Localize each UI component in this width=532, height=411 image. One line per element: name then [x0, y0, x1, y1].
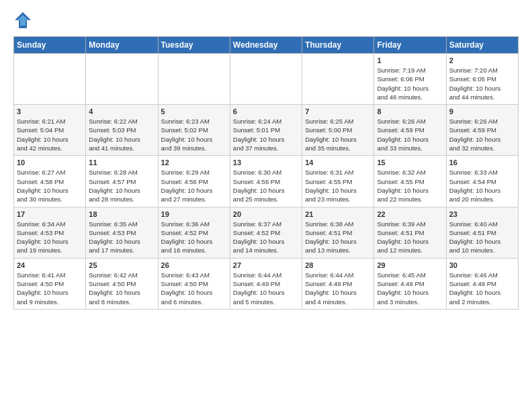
day-number: 23 — [449, 210, 515, 218]
day-cell: 13Sunrise: 6:30 AM Sunset: 4:56 PM Dayli… — [230, 156, 302, 207]
weekday-header-sunday: Sunday — [14, 37, 86, 54]
day-number: 14 — [305, 158, 371, 167]
weekday-header-row: SundayMondayTuesdayWednesdayThursdayFrid… — [14, 37, 519, 54]
day-cell: 29Sunrise: 6:45 AM Sunset: 4:49 PM Dayli… — [374, 258, 446, 309]
weekday-header-wednesday: Wednesday — [230, 37, 302, 54]
week-row-2: 3Sunrise: 6:21 AM Sunset: 5:04 PM Daylig… — [14, 105, 519, 156]
day-info: Sunrise: 6:38 AM Sunset: 4:51 PM Dayligh… — [305, 220, 371, 255]
day-info: Sunrise: 6:35 AM Sunset: 4:53 PM Dayligh… — [89, 220, 154, 255]
day-number: 19 — [161, 210, 227, 218]
day-number: 28 — [305, 261, 371, 269]
day-number: 24 — [17, 261, 83, 269]
day-cell: 1Sunrise: 7:19 AM Sunset: 6:06 PM Daylig… — [374, 54, 446, 105]
day-cell: 5Sunrise: 6:23 AM Sunset: 5:02 PM Daylig… — [158, 105, 230, 156]
day-info: Sunrise: 6:34 AM Sunset: 4:53 PM Dayligh… — [17, 220, 83, 255]
weekday-header-thursday: Thursday — [302, 37, 374, 54]
day-info: Sunrise: 6:28 AM Sunset: 4:57 PM Dayligh… — [89, 168, 154, 203]
day-info: Sunrise: 6:23 AM Sunset: 5:02 PM Dayligh… — [161, 117, 227, 152]
day-cell: 12Sunrise: 6:29 AM Sunset: 4:56 PM Dayli… — [158, 156, 230, 207]
day-number: 21 — [305, 210, 371, 218]
day-number: 15 — [377, 158, 443, 167]
day-cell: 15Sunrise: 6:32 AM Sunset: 4:55 PM Dayli… — [374, 156, 446, 207]
day-info: Sunrise: 6:21 AM Sunset: 5:04 PM Dayligh… — [17, 117, 83, 152]
day-info: Sunrise: 6:44 AM Sunset: 4:49 PM Dayligh… — [233, 271, 299, 306]
day-cell: 9Sunrise: 6:26 AM Sunset: 4:59 PM Daylig… — [446, 105, 518, 156]
day-info: Sunrise: 6:25 AM Sunset: 5:00 PM Dayligh… — [305, 117, 371, 152]
day-info: Sunrise: 6:44 AM Sunset: 4:49 PM Dayligh… — [305, 271, 371, 306]
day-info: Sunrise: 6:32 AM Sunset: 4:55 PM Dayligh… — [377, 168, 443, 203]
day-info: Sunrise: 6:43 AM Sunset: 4:50 PM Dayligh… — [161, 271, 227, 306]
day-info: Sunrise: 6:22 AM Sunset: 5:03 PM Dayligh… — [89, 117, 154, 152]
day-info: Sunrise: 6:37 AM Sunset: 4:52 PM Dayligh… — [233, 220, 299, 255]
day-number: 29 — [377, 261, 443, 269]
day-number: 13 — [233, 158, 299, 167]
day-number: 3 — [17, 107, 83, 116]
day-info: Sunrise: 7:20 AM Sunset: 6:05 PM Dayligh… — [449, 66, 515, 101]
week-row-3: 10Sunrise: 6:27 AM Sunset: 4:58 PM Dayli… — [14, 156, 519, 207]
day-info: Sunrise: 6:41 AM Sunset: 4:50 PM Dayligh… — [17, 271, 83, 306]
day-cell — [230, 54, 302, 105]
day-number: 22 — [377, 210, 443, 218]
day-cell: 11Sunrise: 6:28 AM Sunset: 4:57 PM Dayli… — [86, 156, 158, 207]
day-info: Sunrise: 6:29 AM Sunset: 4:56 PM Dayligh… — [161, 168, 227, 203]
day-cell: 18Sunrise: 6:35 AM Sunset: 4:53 PM Dayli… — [86, 207, 158, 258]
day-info: Sunrise: 7:19 AM Sunset: 6:06 PM Dayligh… — [377, 66, 443, 101]
week-row-1: 1Sunrise: 7:19 AM Sunset: 6:06 PM Daylig… — [14, 54, 519, 105]
day-cell: 22Sunrise: 6:39 AM Sunset: 4:51 PM Dayli… — [374, 207, 446, 258]
day-info: Sunrise: 6:31 AM Sunset: 4:55 PM Dayligh… — [305, 168, 371, 203]
day-info: Sunrise: 6:24 AM Sunset: 5:01 PM Dayligh… — [233, 117, 299, 152]
day-number: 27 — [233, 261, 299, 269]
page-header — [13, 11, 519, 30]
logo-icon — [13, 11, 32, 30]
day-info: Sunrise: 6:30 AM Sunset: 4:56 PM Dayligh… — [233, 168, 299, 203]
day-number: 20 — [233, 210, 299, 218]
weekday-header-monday: Monday — [86, 37, 158, 54]
day-cell: 30Sunrise: 6:46 AM Sunset: 4:49 PM Dayli… — [446, 258, 518, 309]
weekday-header-saturday: Saturday — [446, 37, 518, 54]
day-cell: 17Sunrise: 6:34 AM Sunset: 4:53 PM Dayli… — [14, 207, 86, 258]
day-number: 8 — [377, 107, 443, 116]
day-cell: 25Sunrise: 6:42 AM Sunset: 4:50 PM Dayli… — [86, 258, 158, 309]
day-cell — [86, 54, 158, 105]
day-info: Sunrise: 6:39 AM Sunset: 4:51 PM Dayligh… — [377, 220, 443, 255]
day-info: Sunrise: 6:27 AM Sunset: 4:58 PM Dayligh… — [17, 168, 83, 203]
day-cell: 4Sunrise: 6:22 AM Sunset: 5:03 PM Daylig… — [86, 105, 158, 156]
day-cell: 20Sunrise: 6:37 AM Sunset: 4:52 PM Dayli… — [230, 207, 302, 258]
day-cell — [302, 54, 374, 105]
day-cell: 2Sunrise: 7:20 AM Sunset: 6:05 PM Daylig… — [446, 54, 518, 105]
day-cell: 16Sunrise: 6:33 AM Sunset: 4:54 PM Dayli… — [446, 156, 518, 207]
day-number: 6 — [233, 107, 299, 116]
day-number: 7 — [305, 107, 371, 116]
day-cell: 21Sunrise: 6:38 AM Sunset: 4:51 PM Dayli… — [302, 207, 374, 258]
day-cell: 24Sunrise: 6:41 AM Sunset: 4:50 PM Dayli… — [14, 258, 86, 309]
day-cell: 10Sunrise: 6:27 AM Sunset: 4:58 PM Dayli… — [14, 156, 86, 207]
day-number: 30 — [449, 261, 515, 269]
day-number: 2 — [449, 56, 515, 64]
day-cell: 8Sunrise: 6:26 AM Sunset: 4:59 PM Daylig… — [374, 105, 446, 156]
day-cell: 3Sunrise: 6:21 AM Sunset: 5:04 PM Daylig… — [14, 105, 86, 156]
day-info: Sunrise: 6:26 AM Sunset: 4:59 PM Dayligh… — [449, 117, 515, 152]
weekday-header-friday: Friday — [374, 37, 446, 54]
day-info: Sunrise: 6:46 AM Sunset: 4:49 PM Dayligh… — [449, 271, 515, 306]
day-cell: 26Sunrise: 6:43 AM Sunset: 4:50 PM Dayli… — [158, 258, 230, 309]
day-number: 18 — [89, 210, 154, 218]
week-row-5: 24Sunrise: 6:41 AM Sunset: 4:50 PM Dayli… — [14, 258, 519, 309]
day-info: Sunrise: 6:36 AM Sunset: 4:52 PM Dayligh… — [161, 220, 227, 255]
day-number: 5 — [161, 107, 227, 116]
day-info: Sunrise: 6:42 AM Sunset: 4:50 PM Dayligh… — [89, 271, 154, 306]
day-cell: 23Sunrise: 6:40 AM Sunset: 4:51 PM Dayli… — [446, 207, 518, 258]
logo — [13, 11, 35, 30]
day-cell — [14, 54, 86, 105]
day-number: 9 — [449, 107, 515, 116]
day-cell — [158, 54, 230, 105]
day-info: Sunrise: 6:26 AM Sunset: 4:59 PM Dayligh… — [377, 117, 443, 152]
weekday-header-tuesday: Tuesday — [158, 37, 230, 54]
day-cell: 7Sunrise: 6:25 AM Sunset: 5:00 PM Daylig… — [302, 105, 374, 156]
calendar-table: SundayMondayTuesdayWednesdayThursdayFrid… — [13, 36, 519, 310]
day-info: Sunrise: 6:40 AM Sunset: 4:51 PM Dayligh… — [449, 220, 515, 255]
day-number: 10 — [17, 158, 83, 167]
day-number: 4 — [89, 107, 154, 116]
day-cell: 27Sunrise: 6:44 AM Sunset: 4:49 PM Dayli… — [230, 258, 302, 309]
day-number: 25 — [89, 261, 154, 269]
day-cell: 14Sunrise: 6:31 AM Sunset: 4:55 PM Dayli… — [302, 156, 374, 207]
